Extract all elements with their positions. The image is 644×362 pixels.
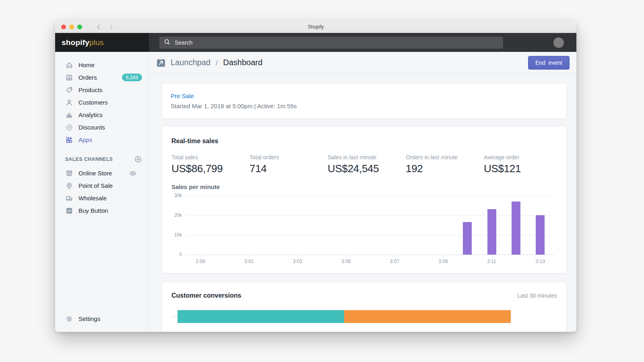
sidebar-item-analytics[interactable]: Analytics (55, 109, 149, 121)
sidebar-item-online-store[interactable]: Online Store (55, 167, 149, 179)
page-header: Launchpad / Dashboard End event (149, 52, 576, 74)
shopify-logo: shopify (62, 38, 89, 47)
gear-icon (65, 315, 73, 323)
metrics-row: Total salesUS$86,799Total orders714Sales… (171, 154, 557, 175)
orders-icon (65, 74, 73, 82)
discounts-icon (65, 123, 73, 132)
sidebar-item-label: Orders (78, 74, 97, 81)
sidebar-item-label: Settings (78, 315, 100, 322)
metric-value: US$86,799 (171, 162, 250, 175)
browser-forward-button[interactable] (108, 24, 114, 30)
window-title: Shopify (55, 24, 576, 30)
x-axis-tick (200, 255, 201, 257)
metric-label: Average order (484, 154, 562, 160)
conversions-axis-tick (173, 316, 178, 317)
metric-value: 192 (406, 162, 484, 175)
sidebar-item-label: Online Store (78, 170, 112, 177)
sidebar-item-buy-button[interactable]: Buy Button (55, 204, 149, 217)
content-scroll-area: Pre Sale Started Mar 1, 2018 at 5:00pm |… (149, 74, 576, 332)
sidebar-item-products[interactable]: Products (55, 84, 149, 96)
online-store-icon (65, 169, 73, 177)
plus-logo: plus (89, 38, 104, 47)
y-axis-label: 10k (174, 232, 182, 238)
chart-bar (487, 209, 496, 255)
metric-orders-in-last-minute: Orders in last minute192 (406, 154, 484, 175)
x-axis-label: 3:05 (341, 259, 351, 264)
metric-value: US$24,545 (328, 162, 406, 175)
eye-icon[interactable] (129, 169, 137, 177)
macos-titlebar: Shopify (55, 21, 576, 33)
end-event-button[interactable]: End event (528, 56, 570, 70)
sales-channels-label: SALES CHANNELS (65, 156, 113, 162)
x-axis-tick (540, 255, 541, 257)
chart-bar (512, 202, 520, 255)
x-axis-label: 2:59 (196, 259, 205, 264)
pre-sale-card: Pre Sale Started Mar 1, 2018 at 5:00pm |… (162, 83, 567, 119)
conversion-segment-2 (344, 310, 511, 323)
main-area: Launchpad / Dashboard End event Pre Sale… (149, 52, 576, 332)
chart-gridline (186, 235, 554, 235)
sidebar-item-label: Home (78, 62, 95, 68)
chart-title: Sales per minute (171, 183, 557, 190)
sidebar-item-point-of-sale[interactable]: Point of Sale (55, 179, 149, 192)
sidebar-item-label: Point of Sale (78, 182, 113, 189)
chart-gridline (186, 215, 554, 216)
browser-back-button[interactable] (96, 24, 101, 30)
conversion-segment-1 (178, 310, 344, 323)
sales-channels-header: SALES CHANNELS (65, 155, 142, 163)
x-axis-label: 3:09 (438, 259, 448, 264)
y-axis-label: 20k (174, 212, 182, 218)
metric-sales-in-last-minute: Sales in last minuteUS$24,545 (328, 154, 406, 175)
apps-icon (65, 136, 73, 144)
avatar (553, 37, 564, 48)
chart-bar (463, 222, 472, 255)
sidebar-item-label: Buy Button (78, 207, 108, 214)
pre-sale-link[interactable]: Pre Sale (171, 93, 558, 99)
buy-button-icon (65, 207, 73, 215)
customer-conversions-card: Customer conversions Last 30 minutes (162, 282, 567, 332)
sales-channels-navigation: Online StorePoint of SaleWholesaleBuy Bu… (55, 167, 149, 217)
conversions-title: Customer conversions (171, 292, 241, 299)
sidebar: HomeOrders6,343ProductsCustomersAnalytic… (55, 52, 149, 332)
logo-area[interactable]: shopifyplus (55, 33, 149, 52)
search-icon (164, 39, 170, 47)
sidebar-item-apps[interactable]: Apps (55, 134, 149, 146)
metric-label: Sales in last minute (328, 154, 406, 160)
metric-value: 714 (250, 162, 328, 175)
realtime-sales-card: Real-time sales Total salesUS$86,799Tota… (162, 126, 567, 274)
sidebar-item-home[interactable]: Home (55, 59, 149, 71)
chart-bar (536, 215, 545, 255)
search-input[interactable] (174, 39, 499, 46)
sidebar-item-label: Products (78, 86, 102, 93)
sidebar-item-wholesale[interactable]: Wholesale (55, 192, 149, 204)
x-axis-label: 3:07 (390, 259, 399, 264)
sidebar-item-settings[interactable]: Settings (55, 313, 149, 325)
sidebar-item-label: Apps (78, 136, 92, 143)
orders-count-badge: 6,343 (122, 74, 142, 81)
sidebar-item-label: Wholesale (78, 195, 107, 202)
top-bar-right (149, 33, 576, 52)
x-axis-label: 3:01 (244, 259, 254, 264)
add-sales-channel-button[interactable] (134, 155, 142, 163)
app-window: Shopify shopifyplus (55, 21, 576, 332)
x-axis-tick (346, 255, 347, 257)
sidebar-item-orders[interactable]: Orders6,343 (55, 71, 149, 84)
breadcrumb-app-link[interactable]: Launchpad (171, 58, 211, 67)
metric-total-orders: Total orders714 (250, 154, 328, 175)
x-axis-label: 3:11 (487, 259, 496, 264)
sidebar-item-label: Discounts (78, 124, 105, 131)
x-axis-label: 3:13 (536, 259, 545, 264)
search-box[interactable] (159, 37, 503, 49)
sidebar-item-label: Analytics (78, 111, 103, 118)
sidebar-item-discounts[interactable]: Discounts (55, 121, 149, 134)
main-navigation: HomeOrders6,343ProductsCustomersAnalytic… (55, 59, 149, 146)
x-axis-label: 3:03 (293, 259, 302, 264)
x-axis-tick (443, 255, 444, 257)
x-axis-tick (297, 255, 298, 257)
sidebar-item-customers[interactable]: Customers (55, 96, 149, 109)
y-axis-label: 30k (174, 193, 182, 198)
wholesale-icon (65, 194, 73, 202)
x-axis-tick (492, 255, 492, 257)
customers-icon (65, 99, 73, 107)
account-menu[interactable] (553, 37, 568, 48)
